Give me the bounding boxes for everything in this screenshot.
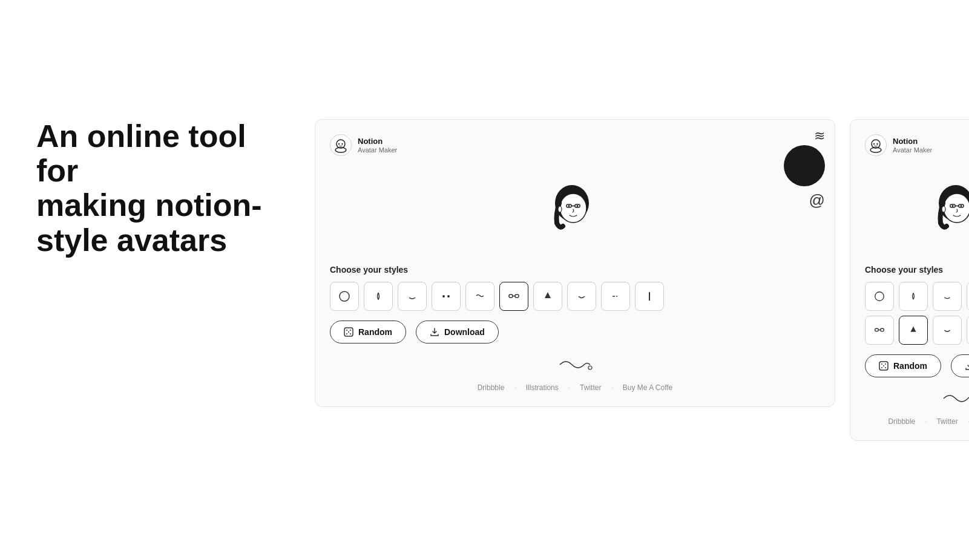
style-glasses-btn[interactable] [499,282,528,311]
footer-sep-3: · [611,383,613,392]
s-style-eyes-btn[interactable] [967,282,969,311]
small-scroll-decoration [865,389,969,408]
svg-point-39 [961,205,962,207]
avatar-container [539,178,611,250]
s-style-face-btn[interactable] [865,282,894,311]
svg-point-2 [338,143,340,145]
svg-rect-15 [509,295,513,298]
small-random-icon [879,361,889,371]
style-accessory-btn[interactable] [533,282,562,311]
app-sub-text: Avatar Maker [358,146,397,154]
style-eyes-btn[interactable] [432,282,461,311]
svg-point-3 [341,143,343,145]
small-footer-dribbble-link[interactable]: Dribbble [888,417,915,426]
small-card-footer: Dribbble · Twitter · Buy Me A Coffe [865,417,969,426]
svg-point-28 [588,366,592,370]
avatar-svg [539,178,605,244]
card-footer: Dribbble · Illstrations · Twitter · Buy … [330,383,820,392]
svg-point-24 [350,330,351,331]
svg-point-54 [881,367,882,368]
small-app-sub-text: Avatar Maker [893,146,932,154]
svg-point-19 [616,296,617,297]
s-style-nose-btn[interactable] [899,282,928,311]
download-icon [430,327,439,337]
s-style-smile-btn[interactable] [933,316,962,345]
svg-point-26 [346,333,347,334]
small-app-logo [865,134,887,156]
svg-point-29 [872,140,880,148]
small-preview-card: Notion Avatar Maker ≋ @ [850,119,969,441]
style-smile-btn[interactable] [567,282,596,311]
deco-spiral-icon: @ [809,191,825,210]
small-avatar-container [922,178,969,250]
svg-point-38 [952,205,954,207]
scroll-deco-svg [557,356,593,374]
main-headline: An online tool for making notion-style a… [36,119,291,258]
download-button[interactable]: Download [416,321,499,343]
svg-point-40 [942,206,945,212]
svg-point-31 [873,143,875,145]
svg-rect-16 [515,295,519,298]
svg-point-32 [876,143,878,145]
svg-point-5 [560,194,586,223]
s-style-mouth-btn[interactable] [933,282,962,311]
random-icon [344,327,353,337]
svg-point-34 [944,194,969,223]
small-avatar-area [865,166,969,265]
svg-point-52 [885,363,886,365]
svg-point-14 [447,295,450,298]
svg-rect-44 [875,328,878,331]
s-style-glasses-btn[interactable] [865,316,894,345]
s-style-minimal-btn[interactable] [967,316,969,345]
small-footer-twitter-link[interactable]: Twitter [936,417,958,426]
svg-point-9 [568,205,570,207]
style-face-btn[interactable] [330,282,359,311]
choose-styles-label: Choose your styles [330,265,820,275]
random-button[interactable]: Random [330,321,406,343]
card-header: Notion Avatar Maker [330,134,820,156]
small-app-name-text: Notion [893,137,932,146]
s-style-accessory-btn[interactable] [899,316,928,345]
svg-point-23 [346,330,347,331]
app-logo [330,134,352,156]
left-section: An online tool for making notion-style a… [36,119,291,282]
deco-black-circle [784,145,825,186]
small-download-button[interactable]: Download [951,354,969,377]
action-buttons: Random Download [330,321,820,343]
svg-rect-45 [881,328,884,331]
svg-point-0 [337,140,345,148]
small-scroll-deco-svg [941,389,969,408]
style-options-row [330,282,820,311]
footer-sep-2: · [568,383,570,392]
large-preview-card: Notion Avatar Maker ≋ @ [315,119,835,407]
style-eyebrows-btn[interactable] [465,282,494,311]
page-layout: An online tool for making notion-style a… [36,119,932,441]
svg-point-55 [885,367,886,368]
svg-point-41 [875,292,884,301]
small-app-name-block: Notion Avatar Maker [893,137,932,154]
cards-container: Notion Avatar Maker ≋ @ [315,119,969,441]
style-hair-btn[interactable] [635,282,664,311]
deco-lines-icon: ≋ [814,129,825,143]
small-avatar-svg [922,178,969,244]
small-choose-styles-label: Choose your styles [865,265,969,275]
svg-point-13 [442,295,445,298]
small-random-button[interactable]: Random [865,354,941,377]
small-footer-sep-1: · [925,417,927,426]
style-nose-btn[interactable] [364,282,393,311]
svg-point-51 [881,363,882,365]
footer-twitter-link[interactable]: Twitter [580,383,601,392]
app-name-text: Notion [358,137,397,146]
footer-illustrations-link[interactable]: Illstrations [526,383,559,392]
top-right-decoration: ≋ @ [784,129,825,210]
style-minimal-btn[interactable] [601,282,630,311]
svg-point-53 [883,365,884,366]
avatar-display-area [330,166,820,265]
svg-point-27 [350,333,351,334]
small-style-options-grid [865,282,969,345]
footer-coffee-link[interactable]: Buy Me A Coffe [623,383,673,392]
footer-dribbble-link[interactable]: Dribbble [478,383,505,392]
svg-point-11 [558,206,562,212]
style-mouth-btn[interactable] [398,282,427,311]
app-name-block: Notion Avatar Maker [358,137,397,154]
